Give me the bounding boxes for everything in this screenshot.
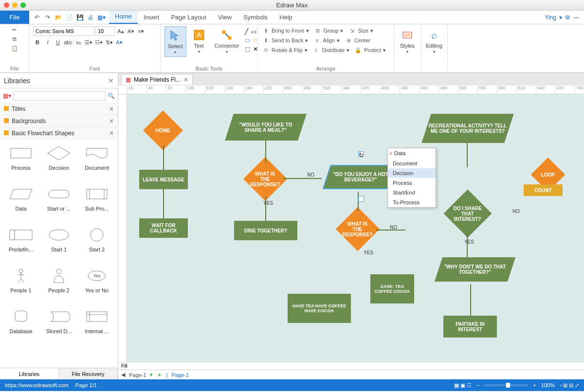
shape-ellipse[interactable]: Start 1 — [40, 225, 78, 266]
ctx-item[interactable]: Start/End — [388, 188, 436, 197]
shape-diamond[interactable]: Decision — [40, 143, 78, 184]
size-icon[interactable]: ⇲ — [348, 27, 356, 35]
shape-rect[interactable]: Process — [2, 143, 40, 184]
library-search-input[interactable] — [13, 91, 106, 101]
tab-symbols[interactable]: Symbols — [237, 11, 274, 24]
shape-stick[interactable]: People 1 — [2, 266, 40, 307]
font-color-icon[interactable]: A▾ — [115, 38, 124, 47]
add-page-icon[interactable]: ＋ — [157, 371, 162, 378]
ellipse-icon[interactable]: ⬭ — [245, 37, 250, 44]
shrink-font-icon[interactable]: A▾ — [127, 27, 135, 36]
chevron-down-icon[interactable]: ▾ — [559, 14, 562, 21]
shape-person[interactable]: People 2 — [40, 266, 78, 307]
bullets-icon[interactable]: ☰▾ — [84, 38, 93, 47]
italic-button[interactable]: I — [43, 38, 52, 47]
node-case[interactable]: CASE: TEA COFFEE COCOA — [370, 274, 414, 303]
fit-icons[interactable]: ▫ ⊞ ⊟ ⤢ — [560, 382, 579, 389]
zoom-in-icon[interactable]: + — [533, 382, 536, 388]
group-icon[interactable]: ⧉ — [314, 27, 322, 35]
file-menu-button[interactable]: File — [0, 11, 29, 24]
category-backgrounds[interactable]: Backgrounds✕ — [0, 115, 118, 127]
zoom-slider[interactable] — [484, 384, 528, 386]
select-tool-button[interactable]: Select▾ — [164, 26, 186, 57]
strike-button[interactable]: abc — [64, 38, 73, 47]
node-count[interactable]: COUNT — [524, 184, 563, 196]
node-response2[interactable]: WHAT IS THE RESPONSE? — [336, 207, 380, 251]
bring-front-icon[interactable]: ⬆ — [262, 27, 270, 35]
shape-doc[interactable]: Document — [78, 143, 116, 184]
maximize-icon[interactable] — [20, 2, 26, 8]
new-icon[interactable]: 📄 — [65, 14, 73, 21]
tab-insert[interactable]: Insert — [138, 11, 165, 24]
sub-button[interactable]: x₂ — [74, 38, 83, 47]
tab-view[interactable]: View — [212, 11, 237, 24]
document-tab[interactable]: ▦ Make Friends Fl... ✕ — [121, 74, 193, 85]
page-nav-prev-icon[interactable]: ◀ — [121, 372, 125, 378]
numbering-icon[interactable]: ☷▾ — [94, 38, 103, 47]
window-controls[interactable] — [4, 2, 26, 8]
paste-icon[interactable]: 📋 — [11, 45, 18, 52]
category-titles[interactable]: Titles✕ — [0, 103, 118, 115]
shape-stored[interactable]: Stored D... — [40, 307, 78, 348]
library-menu-icon[interactable]: ▦▾ — [3, 92, 11, 99]
copy-icon[interactable]: ⧉ — [13, 36, 17, 43]
search-icon[interactable]: 🔍 — [108, 92, 115, 99]
save-icon[interactable]: 💾 — [76, 14, 84, 21]
shape-yesno[interactable]: YesYes or No — [78, 266, 116, 307]
rect-icon[interactable]: ▭ — [251, 28, 256, 35]
redo-icon[interactable]: ↷ — [44, 14, 52, 21]
shape-predef[interactable]: Predefin... — [2, 225, 40, 266]
underline-button[interactable]: U — [54, 38, 62, 47]
spacing-icon[interactable]: ⇅▾ — [105, 38, 113, 47]
send-back-icon[interactable]: ⬇ — [262, 36, 270, 44]
view-mode-icon[interactable]: ▦ ▣ ☷ — [454, 382, 472, 389]
preview-icon[interactable]: ▦▾ — [97, 14, 105, 21]
grow-font-icon[interactable]: A▴ — [116, 27, 125, 36]
ctx-item[interactable]: To-Process — [388, 197, 436, 207]
node-share-interest[interactable]: DO I SHARE THAT INTEREST? — [444, 190, 492, 238]
crop-icon[interactable]: ⬚ — [245, 46, 250, 53]
tab-file-recovery[interactable]: File Recovery — [59, 368, 118, 379]
font-family-select[interactable] — [33, 26, 94, 36]
rotate-icon[interactable]: ⟳ — [262, 46, 270, 54]
open-icon[interactable]: 📂 — [55, 14, 62, 21]
canvas[interactable]: HOME LEAVE MESSAGE WAIT FOR CALLBACK "WO… — [127, 94, 584, 362]
user-name[interactable]: Ying — [545, 14, 556, 21]
star-icon[interactable]: ☆ — [253, 37, 258, 44]
line-icon[interactable]: ╱ — [245, 28, 248, 35]
tab-page-layout[interactable]: Page Layout — [165, 11, 212, 24]
node-partake[interactable]: PARTAKE IN INTEREST — [443, 316, 497, 338]
center-icon[interactable]: ⊕ — [345, 36, 352, 44]
tab-libraries[interactable]: Libraries — [0, 368, 59, 379]
close-tab-icon[interactable]: ✕ — [183, 76, 188, 83]
node-why-not[interactable]: "WHY DON'T WE DO THAT TOGETHER?" — [435, 257, 515, 282]
font-size-select[interactable] — [95, 26, 115, 36]
undo-icon[interactable]: ↶ — [33, 14, 41, 21]
ctx-item[interactable]: Data — [388, 148, 436, 159]
ctx-item[interactable]: Process — [388, 178, 436, 188]
ctx-item[interactable]: Document — [388, 159, 436, 168]
connector-tool-button[interactable]: Connector▾ — [212, 26, 242, 56]
minimize-icon[interactable] — [12, 2, 18, 8]
distribute-icon[interactable]: ⫴ — [312, 46, 320, 54]
page-tab-1b[interactable]: Page-1 — [171, 372, 188, 378]
shape-para[interactable]: Data — [2, 184, 40, 225]
ctx-item[interactable]: Decision — [388, 168, 436, 178]
category-basic-flowchart[interactable]: Basic Flowchart Shapes✕ — [0, 127, 118, 140]
close-shape-icon[interactable]: ✕ — [253, 46, 258, 53]
shape-internal[interactable]: Internal ... — [78, 307, 116, 348]
node-dine[interactable]: DINE TOGETHER? — [234, 221, 297, 240]
node-leave-message[interactable]: LEAVE MESSAGE — [139, 170, 188, 189]
zoom-out-icon[interactable]: − — [476, 382, 479, 388]
shape-cyl[interactable]: Database — [2, 307, 40, 348]
align-icon2[interactable]: ≡ — [313, 36, 321, 44]
print-icon[interactable]: 🖨 — [87, 14, 94, 21]
node-have[interactable]: HAVE TEA HAVE COFFEE HAVE COCOA — [288, 294, 351, 323]
fill-swatches[interactable]: Fill — [118, 362, 584, 370]
shape-circle[interactable]: Start 2 — [78, 225, 116, 266]
editing-button[interactable]: ⌕ Editing▾ — [423, 26, 445, 56]
settings-icon[interactable]: ⚙ — [565, 14, 570, 21]
shape-type-menu[interactable]: DataDocumentDecisionProcessStart/EndTo-P… — [387, 148, 436, 208]
node-share-meal[interactable]: "WOULD YOU LIKE TO SHARE A MEAL?" — [225, 114, 307, 141]
tab-home[interactable]: Home — [109, 10, 138, 24]
